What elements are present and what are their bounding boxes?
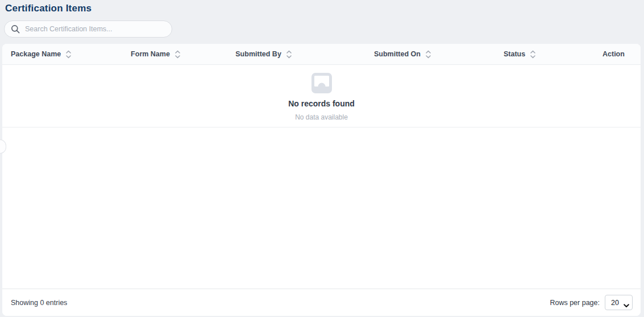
empty-inbox-icon bbox=[311, 73, 332, 93]
rows-per-page-select-wrap: 20 bbox=[605, 295, 633, 310]
table-footer: Showing 0 entries Rows per page: 20 bbox=[2, 289, 641, 316]
page-root: { "page": { "title": "Certification Item… bbox=[0, 0, 644, 317]
sort-icon bbox=[66, 50, 71, 59]
search-box bbox=[4, 20, 172, 38]
search-input[interactable] bbox=[4, 20, 172, 38]
sort-icon bbox=[175, 50, 180, 59]
sort-icon bbox=[286, 50, 292, 59]
column-header-label: Status bbox=[504, 50, 525, 58]
column-header-label: Form Name bbox=[131, 50, 170, 58]
column-header-form-name[interactable]: Form Name bbox=[122, 44, 227, 64]
column-header-label: Submitted By bbox=[235, 50, 281, 58]
sort-icon bbox=[530, 50, 535, 59]
empty-state-title: No records found bbox=[288, 99, 355, 108]
empty-state: No records found No data available bbox=[2, 65, 641, 127]
table-header-row: Package Name Form Name Submitted By Subm… bbox=[2, 44, 641, 65]
sort-icon bbox=[426, 50, 431, 59]
column-header-action: Action bbox=[594, 44, 641, 64]
column-header-label: Submitted On bbox=[374, 50, 421, 58]
entries-summary: Showing 0 entries bbox=[11, 299, 67, 307]
rows-per-page-select[interactable]: 20 bbox=[605, 295, 633, 310]
certification-items-table: Package Name Form Name Submitted By Subm… bbox=[2, 44, 641, 316]
rows-per-page-label: Rows per page: bbox=[550, 299, 600, 307]
column-header-submitted-on[interactable]: Submitted On bbox=[365, 44, 495, 64]
column-header-submitted-by[interactable]: Submitted By bbox=[227, 44, 365, 64]
page-title: Certification Items bbox=[5, 3, 639, 14]
column-header-label: Action bbox=[603, 50, 625, 58]
column-header-package-name[interactable]: Package Name bbox=[2, 44, 122, 64]
table-body-empty-area bbox=[2, 127, 641, 289]
column-header-label: Package Name bbox=[11, 50, 61, 58]
rows-per-page-control: Rows per page: 20 bbox=[550, 295, 633, 310]
top-bar: Certification Items bbox=[0, 0, 644, 38]
column-header-status[interactable]: Status bbox=[495, 44, 594, 64]
empty-state-subtitle: No data available bbox=[295, 113, 348, 121]
